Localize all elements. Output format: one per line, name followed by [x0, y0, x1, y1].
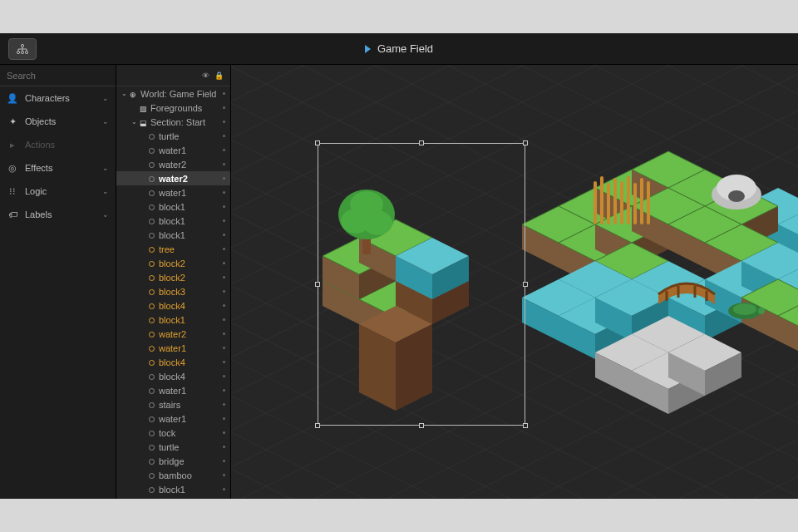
node-label: block1	[159, 216, 185, 226]
outliner-node[interactable]: block1	[116, 228, 230, 242]
handle-tl[interactable]	[315, 140, 320, 145]
handle-bm[interactable]	[419, 423, 424, 428]
characters-icon: 👤	[7, 93, 18, 104]
search-input[interactable]	[7, 71, 121, 81]
outliner-node[interactable]: block4	[116, 369, 230, 383]
category-label: Labels	[25, 209, 52, 219]
mod-dot-icon	[223, 149, 225, 151]
outliner-node[interactable]: block2	[116, 256, 230, 270]
category-characters[interactable]: 👤Characters⌄	[0, 86, 116, 110]
play-icon	[365, 45, 371, 53]
handle-ml[interactable]	[315, 282, 320, 287]
mod-dot-icon	[223, 121, 225, 123]
lock-icon[interactable]: 🔒	[214, 71, 224, 80]
svg-rect-115	[647, 181, 650, 224]
svg-point-3	[25, 51, 27, 53]
outliner-node[interactable]: stairs	[116, 397, 230, 411]
node-type-icon	[146, 428, 156, 438]
chevron-down-icon: ⌄	[102, 187, 109, 195]
node-label: block4	[159, 301, 185, 311]
expand-arrow-icon: ⌄	[121, 90, 128, 97]
node-type-icon	[146, 414, 156, 424]
node-type-icon	[146, 315, 156, 325]
mod-dot-icon	[223, 446, 225, 448]
mod-dot-icon	[223, 106, 225, 109]
outliner-node[interactable]: block1	[116, 214, 230, 228]
node-type-icon	[146, 456, 156, 466]
node-type-icon	[146, 386, 156, 396]
outliner-node[interactable]: block1	[116, 313, 230, 327]
category-label: Effects	[25, 163, 52, 173]
category-labels[interactable]: 🏷Labels⌄	[0, 203, 116, 226]
node-type-icon	[146, 188, 156, 198]
outliner-node[interactable]: bamboo	[116, 468, 230, 482]
handle-tm[interactable]	[419, 140, 424, 145]
outliner-node[interactable]: block4	[116, 298, 230, 313]
node-label: water1	[159, 386, 186, 396]
hierarchy-button[interactable]	[8, 38, 37, 60]
canvas-viewport[interactable]	[231, 65, 798, 499]
outliner-node[interactable]: water1	[116, 185, 230, 200]
outliner-node[interactable]: ⌄⊕World: Game Field	[116, 86, 230, 101]
node-type-icon	[146, 470, 156, 480]
outliner-node[interactable]: water2	[116, 327, 230, 341]
node-label: block1	[159, 485, 185, 495]
outliner-node[interactable]: turtle	[116, 440, 230, 454]
node-label: block1	[159, 315, 185, 325]
mod-dot-icon	[223, 234, 225, 236]
handle-tr[interactable]	[523, 140, 528, 145]
node-type-icon	[146, 259, 156, 268]
node-label: water1	[159, 343, 186, 353]
mod-dot-icon	[223, 460, 225, 462]
expand-arrow-icon: ⌄	[131, 118, 138, 126]
svg-rect-113	[633, 183, 637, 224]
handle-bl[interactable]	[315, 423, 320, 428]
node-label: block1	[159, 499, 185, 500]
category-effects[interactable]: ◎Effects⌄	[0, 156, 116, 180]
node-label: block4	[159, 372, 185, 382]
outliner-node[interactable]: water2	[116, 157, 230, 171]
node-type-icon: ⬓	[138, 117, 148, 127]
svg-rect-111	[620, 181, 623, 224]
category-logic[interactable]: ⁝⁝Logic⌄	[0, 180, 116, 203]
outliner-node[interactable]: block1	[116, 496, 230, 499]
outliner-node[interactable]: tock	[116, 426, 230, 440]
node-label: World: Game Field	[140, 89, 217, 99]
outliner-node[interactable]: block3	[116, 284, 230, 298]
outliner-node[interactable]: block1	[116, 200, 230, 214]
outliner-node[interactable]: block1	[116, 482, 230, 496]
visibility-icon[interactable]: 👁	[202, 71, 209, 80]
node-label: water2	[159, 329, 186, 339]
node-type-icon	[146, 230, 156, 240]
svg-rect-112	[627, 176, 630, 224]
handle-br[interactable]	[523, 423, 528, 428]
outliner-node[interactable]: tree	[116, 242, 230, 256]
mod-dot-icon	[223, 347, 225, 349]
outliner-node[interactable]: water1	[116, 341, 230, 355]
actions-icon: ▸	[7, 140, 18, 150]
outliner-node[interactable]: ⌄⬓Section: Start	[116, 115, 230, 129]
handle-mr[interactable]	[523, 282, 528, 287]
outliner-panel[interactable]: 👁 🔒 ⌄⊕World: Game Field▧Foregrounds⌄⬓Sec…	[116, 65, 231, 499]
category-panel: 👤Characters⌄✦Objects⌄▸Actions◎Effects⌄⁝⁝…	[0, 65, 116, 499]
mod-dot-icon	[223, 417, 225, 420]
svg-rect-114	[640, 178, 643, 224]
outliner-node[interactable]: bridge	[116, 454, 230, 468]
category-objects[interactable]: ✦Objects⌄	[0, 110, 116, 133]
outliner-node[interactable]: turtle	[116, 129, 230, 143]
outliner-node[interactable]: block2	[116, 270, 230, 284]
hierarchy-icon	[16, 43, 29, 55]
outliner-node[interactable]: water1	[116, 143, 230, 157]
selection-box[interactable]	[318, 143, 525, 426]
outliner-node[interactable]: ▧Foregrounds	[116, 101, 230, 115]
node-type-icon	[146, 216, 156, 226]
mod-dot-icon	[223, 92, 225, 95]
outliner-node[interactable]: water2	[116, 171, 230, 185]
node-type-icon	[146, 343, 156, 353]
mod-dot-icon	[223, 290, 225, 293]
chevron-down-icon: ⌄	[102, 164, 109, 172]
node-label: block2	[159, 273, 185, 283]
outliner-node[interactable]: water1	[116, 383, 230, 397]
outliner-node[interactable]: water1	[116, 411, 230, 426]
outliner-node[interactable]: block4	[116, 355, 230, 369]
